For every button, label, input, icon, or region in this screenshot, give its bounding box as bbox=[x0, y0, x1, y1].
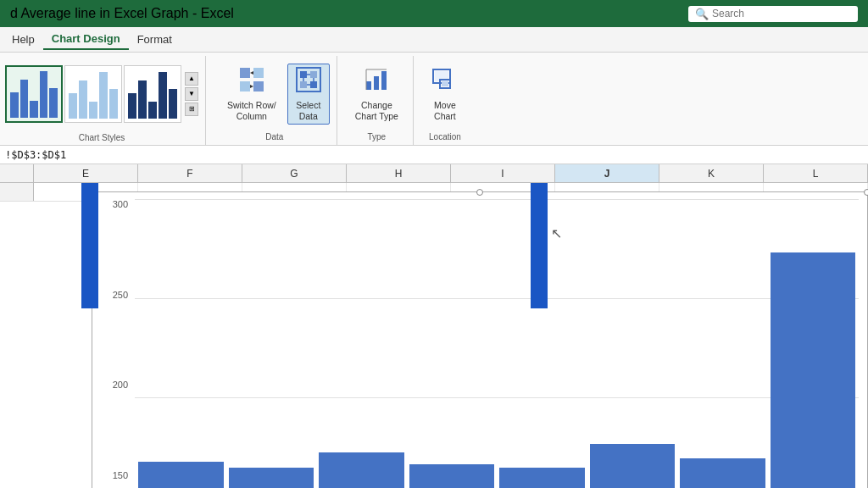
chart-styles-section: ▲ ▼ ⊞ Chart Styles bbox=[5, 56, 206, 145]
bar-4 bbox=[409, 464, 495, 488]
type-group-buttons: ChangeChart Type bbox=[348, 59, 406, 129]
svg-rect-3 bbox=[253, 68, 264, 78]
svg-rect-11 bbox=[381, 71, 387, 90]
move-chart-label: MoveChart bbox=[434, 100, 456, 121]
col-header-J: J bbox=[555, 164, 659, 182]
chart-container[interactable]: 300 250 200 150 bbox=[92, 191, 868, 488]
y-label-150: 150 bbox=[113, 470, 128, 480]
scroll-more-arrow[interactable]: ⊞ bbox=[185, 103, 198, 116]
col-header-L: L bbox=[764, 164, 868, 182]
col-header-G: G bbox=[242, 164, 347, 182]
menu-bar: Help Chart Design Format bbox=[0, 27, 868, 53]
move-chart-button[interactable]: MoveChart bbox=[424, 64, 466, 125]
col-header-F: F bbox=[138, 164, 242, 182]
svg-rect-9 bbox=[366, 81, 371, 90]
change-chart-type-label: ChangeChart Type bbox=[355, 100, 398, 121]
switch-row-col-icon bbox=[238, 66, 265, 97]
svg-rect-6 bbox=[310, 71, 317, 78]
ribbon-group-location: MoveChart Location bbox=[417, 56, 473, 145]
svg-rect-7 bbox=[300, 81, 307, 88]
handle-top-center[interactable] bbox=[476, 189, 483, 196]
switch-row-col-button[interactable]: Switch Row/Column bbox=[220, 64, 284, 125]
y-label-250: 250 bbox=[113, 290, 128, 300]
data-group-buttons: Switch Row/Column Sel bbox=[220, 59, 330, 129]
formula-bar: !$D$3:$D$1 bbox=[0, 146, 868, 164]
chart-style-thumb-1[interactable] bbox=[5, 65, 63, 123]
select-data-button[interactable]: SelectData bbox=[287, 64, 330, 125]
title-bar-text: d Average line in Excel Graph - Excel bbox=[10, 6, 234, 21]
search-input[interactable] bbox=[712, 8, 848, 19]
move-chart-icon bbox=[431, 66, 459, 97]
svg-rect-10 bbox=[374, 76, 379, 90]
bar-6 bbox=[590, 444, 676, 488]
cursor: ↖ bbox=[551, 225, 562, 241]
bar-2 bbox=[229, 468, 314, 488]
chart-styles-label: Chart Styles bbox=[5, 133, 198, 145]
col-header-E: E bbox=[34, 164, 138, 182]
svg-rect-2 bbox=[240, 81, 250, 92]
chart-style-thumb-2[interactable] bbox=[64, 65, 122, 123]
col-header-H: H bbox=[347, 164, 451, 182]
col-header-K: K bbox=[659, 164, 764, 182]
grid-area: E F G H I J K L 300 bbox=[0, 164, 868, 488]
data-group-label: Data bbox=[265, 132, 283, 141]
chart-bars bbox=[135, 199, 859, 488]
change-chart-type-button[interactable]: ChangeChart Type bbox=[348, 64, 406, 125]
menu-item-help[interactable]: Help bbox=[3, 30, 43, 49]
col-header-I: I bbox=[451, 164, 555, 182]
location-group-buttons: MoveChart bbox=[424, 59, 466, 129]
arrow-chart-design bbox=[75, 183, 105, 308]
title-bar: d Average line in Excel Graph - Excel 🔍 bbox=[0, 0, 868, 27]
bar-7 bbox=[680, 458, 765, 488]
svg-rect-1 bbox=[253, 81, 264, 92]
ribbon-group-data: Switch Row/Column Sel bbox=[213, 56, 337, 145]
ribbon: ▲ ▼ ⊞ Chart Styles S bbox=[0, 53, 868, 146]
menu-item-format[interactable]: Format bbox=[129, 30, 181, 49]
svg-rect-8 bbox=[310, 81, 317, 88]
ribbon-group-type: ChangeChart Type Type bbox=[341, 56, 414, 145]
svg-rect-0 bbox=[240, 68, 250, 78]
svg-rect-5 bbox=[300, 71, 307, 78]
column-header-row: E F G H I J K L bbox=[0, 164, 868, 183]
y-label-300: 300 bbox=[113, 199, 128, 209]
select-data-label: SelectData bbox=[296, 100, 320, 121]
bar-3 bbox=[319, 452, 404, 488]
scroll-arrows: ▲ ▼ ⊞ bbox=[183, 72, 198, 116]
row-num-col-header bbox=[0, 164, 34, 182]
row-num-1 bbox=[0, 183, 34, 201]
search-icon: 🔍 bbox=[695, 8, 709, 20]
bar-8 bbox=[771, 252, 856, 488]
grid-rows: 300 250 200 150 bbox=[0, 183, 868, 488]
formula-content: !$D$3:$D$1 bbox=[5, 149, 66, 161]
select-data-icon bbox=[295, 66, 322, 97]
location-group-label: Location bbox=[429, 132, 461, 141]
arrow-change-chart-type bbox=[524, 183, 554, 308]
handle-top-right[interactable] bbox=[864, 189, 868, 196]
chart-styles-row: ▲ ▼ ⊞ bbox=[5, 56, 198, 131]
scroll-up-arrow[interactable]: ▲ bbox=[185, 72, 198, 86]
y-label-200: 200 bbox=[113, 380, 128, 390]
svg-rect-15 bbox=[442, 81, 448, 86]
switch-row-col-label: Switch Row/Column bbox=[227, 100, 276, 121]
chart-plot-area bbox=[135, 199, 859, 488]
bar-1 bbox=[138, 462, 224, 488]
type-group-label: Type bbox=[368, 132, 387, 141]
chart-style-thumb-3[interactable] bbox=[124, 65, 181, 123]
search-box[interactable]: 🔍 bbox=[688, 6, 858, 22]
scroll-down-arrow[interactable]: ▼ bbox=[185, 87, 198, 101]
menu-item-chart-design[interactable]: Chart Design bbox=[43, 29, 129, 50]
bar-5 bbox=[499, 468, 585, 488]
change-chart-type-icon bbox=[363, 66, 390, 97]
